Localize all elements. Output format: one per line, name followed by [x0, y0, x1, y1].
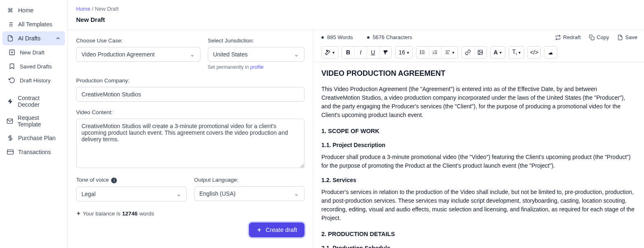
jurisdiction-hint: Set permanently in profile [208, 64, 305, 70]
sidebar-item-label: Purchase Plan [18, 135, 56, 141]
meta-bar: 885 Words 5676 Characters Redraft Copy [313, 30, 644, 44]
card-icon [7, 148, 14, 156]
sidebar-item-label: New Draft [20, 49, 44, 56]
create-draft-button[interactable]: Create draft [249, 222, 305, 237]
page-title: New Draft [68, 14, 644, 30]
redraft-button[interactable]: Redraft [555, 34, 581, 40]
text-color-button[interactable]: A▾ [491, 47, 505, 58]
history-icon [8, 77, 16, 84]
plus-square-icon [8, 49, 16, 56]
font-size-select[interactable]: 16 ▾ [395, 47, 412, 58]
sidebar-item-transactions[interactable]: Transactions [2, 145, 65, 159]
heading-button[interactable]: TI▾ [509, 47, 524, 58]
refresh-icon [555, 35, 561, 40]
doc-intro: This Video Production Agreement (the "Ag… [321, 85, 636, 119]
sidebar-item-label: Transactions [18, 149, 51, 155]
label-use-case: Choose Use Case: [76, 37, 200, 44]
label-production-company: Production Company: [76, 77, 305, 84]
svg-point-19 [420, 51, 421, 51]
save-button[interactable]: Save [617, 34, 637, 40]
textarea-video-content[interactable] [76, 119, 305, 168]
breadcrumb: Home / New Draft [68, 0, 644, 14]
breadcrumb-current: New Draft [95, 6, 119, 12]
bookmark-icon [8, 63, 16, 70]
italic-button[interactable]: I [354, 47, 367, 58]
preview-column: 885 Words 5676 Characters Redraft Copy [313, 30, 644, 248]
char-count: 5676 Characters [367, 34, 412, 40]
link-button[interactable] [462, 47, 474, 58]
sidebar-item-ai-drafts[interactable]: AI Drafts [2, 31, 65, 45]
main: Home / New Draft New Draft Choose Use Ca… [68, 0, 644, 248]
bolt-icon [7, 98, 14, 105]
doc-p1-2: Producer's services in relation to the p… [321, 188, 636, 222]
file-icon [7, 35, 14, 42]
bullet-list-button[interactable] [416, 47, 429, 58]
doc-title: VIDEO PRODUCTION AGREEMENT [321, 68, 636, 79]
bolt-icon [76, 211, 81, 216]
label-tone: Tone of voice i [76, 177, 187, 183]
sidebar-item-label: Saved Drafts [20, 63, 52, 70]
label-output-language: Output Language: [194, 177, 305, 183]
label-jurisdiction: Select Jurisdiction: [208, 37, 305, 44]
number-list-button[interactable] [429, 47, 441, 58]
select-output-language[interactable]: English (USA) [194, 186, 305, 201]
sidebar-item-label: All Templates [18, 21, 52, 28]
magic-wand-button[interactable]: ▾ [322, 47, 338, 58]
mail-icon [7, 117, 14, 125]
code-button[interactable]: </> [528, 47, 540, 58]
sidebar-item-label: Draft History [20, 77, 51, 84]
sidebar-item-draft-history[interactable]: Draft History [4, 73, 65, 87]
breadcrumb-home[interactable]: Home [76, 6, 91, 12]
doc-h1: 1. SCOPE OF WORK [321, 127, 636, 136]
svg-point-29 [479, 51, 480, 52]
svg-rect-15 [591, 37, 594, 40]
sidebar-item-label: Request Template [18, 115, 61, 128]
svg-point-20 [420, 52, 421, 52]
copy-button[interactable]: Copy [589, 34, 609, 40]
form-column: Choose Use Case: Video Production Agreem… [68, 30, 313, 248]
sidebar-item-home[interactable]: ⌘ Home [2, 3, 65, 17]
chevron-down-icon [294, 190, 299, 197]
sidebar-item-purchase-plan[interactable]: Purchase Plan [2, 131, 65, 145]
command-icon: ⌘ [7, 7, 14, 14]
select-use-case[interactable]: Video Production Agreement [76, 47, 200, 62]
bold-button[interactable]: B [342, 47, 354, 58]
sidebar-item-all-templates[interactable]: All Templates [2, 17, 65, 31]
doc-h1-2: 1.2. Services [321, 176, 636, 185]
label-video-content: Video Content: [76, 109, 305, 115]
chevron-down-icon [294, 51, 299, 58]
info-icon: i [111, 178, 117, 183]
editor-toolbar: ▾ B I U 16 ▾ ▾ [313, 44, 644, 62]
list-icon [7, 21, 14, 28]
sidebar-item-label: AI Drafts [18, 35, 40, 42]
copy-icon [589, 35, 595, 40]
document-body[interactable]: VIDEO PRODUCTION AGREEMENT This Video Pr… [313, 62, 644, 248]
svg-point-21 [420, 54, 421, 54]
balance-text: Your balance is 12746 words [76, 211, 305, 217]
sidebar-item-request-template[interactable]: Request Template [2, 111, 65, 131]
file-icon [617, 35, 623, 40]
sidebar: ⌘ Home All Templates AI Drafts New Draf [0, 0, 68, 248]
svg-rect-11 [7, 150, 14, 154]
profile-link[interactable]: profile [250, 64, 264, 70]
select-tone[interactable]: Legal [76, 187, 187, 201]
document-scroll[interactable]: VIDEO PRODUCTION AGREEMENT This Video Pr… [313, 62, 644, 248]
image-button[interactable] [474, 47, 486, 58]
underline-button[interactable]: U [367, 47, 379, 58]
input-production-company[interactable] [76, 87, 305, 102]
sidebar-item-label: Home [18, 7, 33, 14]
word-count: 885 Words [321, 34, 353, 40]
plus-icon [256, 227, 262, 233]
sidebar-item-new-draft[interactable]: New Draft [4, 45, 65, 59]
doc-h1-1: 1.1. Project Description [321, 141, 636, 150]
dollar-icon [7, 134, 14, 142]
sidebar-item-label: Contract Decoder [18, 95, 61, 108]
sidebar-item-saved-drafts[interactable]: Saved Drafts [4, 59, 65, 73]
chevron-up-icon [55, 35, 61, 41]
align-button[interactable]: ▾ [441, 47, 458, 58]
highlight-button[interactable] [544, 47, 557, 58]
strike-button[interactable] [379, 47, 391, 58]
doc-h2: 2. PRODUCTION DETAILS [321, 230, 636, 239]
select-jurisdiction[interactable]: United States [208, 47, 305, 62]
sidebar-item-contract-decoder[interactable]: Contract Decoder [2, 91, 65, 111]
